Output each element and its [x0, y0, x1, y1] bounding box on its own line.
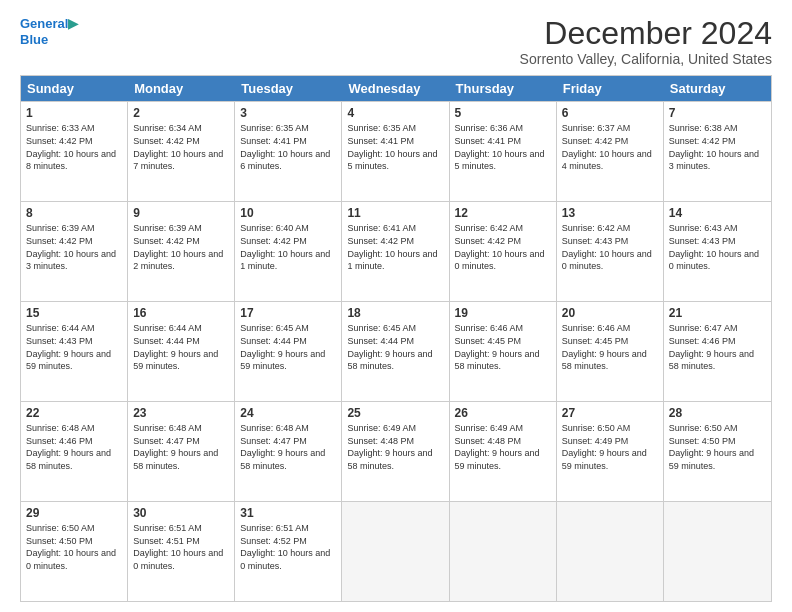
day-cell-22: 22 Sunrise: 6:48 AM Sunset: 4:46 PM Dayl… — [21, 402, 128, 501]
day-number: 26 — [455, 405, 551, 421]
day-number: 31 — [240, 505, 336, 521]
daylight-label: Daylight: 10 hours and 0 minutes. — [455, 249, 545, 272]
day-number: 15 — [26, 305, 122, 321]
day-info: Sunrise: 6:44 AM Sunset: 4:44 PM Dayligh… — [133, 322, 229, 372]
day-cell-31: 31 Sunrise: 6:51 AM Sunset: 4:52 PM Dayl… — [235, 502, 342, 601]
day-number: 13 — [562, 205, 658, 221]
day-info: Sunrise: 6:47 AM Sunset: 4:46 PM Dayligh… — [669, 322, 766, 372]
title-section: December 2024 Sorrento Valley, Californi… — [520, 16, 772, 67]
day-cell-24: 24 Sunrise: 6:48 AM Sunset: 4:47 PM Dayl… — [235, 402, 342, 501]
day-info: Sunrise: 6:44 AM Sunset: 4:43 PM Dayligh… — [26, 322, 122, 372]
day-number: 3 — [240, 105, 336, 121]
day-number: 12 — [455, 205, 551, 221]
sunrise-label: Sunrise: 6:43 AM — [669, 223, 738, 233]
day-cell-21: 21 Sunrise: 6:47 AM Sunset: 4:46 PM Dayl… — [664, 302, 771, 401]
day-info: Sunrise: 6:46 AM Sunset: 4:45 PM Dayligh… — [455, 322, 551, 372]
day-number: 11 — [347, 205, 443, 221]
daylight-label: Daylight: 9 hours and 59 minutes. — [240, 349, 325, 372]
sunrise-label: Sunrise: 6:41 AM — [347, 223, 416, 233]
sunset-label: Sunset: 4:42 PM — [347, 236, 414, 246]
day-cell-6: 6 Sunrise: 6:37 AM Sunset: 4:42 PM Dayli… — [557, 102, 664, 201]
calendar-week-2: 8 Sunrise: 6:39 AM Sunset: 4:42 PM Dayli… — [21, 201, 771, 301]
sunset-label: Sunset: 4:48 PM — [455, 436, 522, 446]
sunrise-label: Sunrise: 6:35 AM — [347, 123, 416, 133]
sunset-label: Sunset: 4:46 PM — [669, 336, 736, 346]
month-title: December 2024 — [520, 16, 772, 51]
sunrise-label: Sunrise: 6:38 AM — [669, 123, 738, 133]
sunrise-label: Sunrise: 6:51 AM — [133, 523, 202, 533]
empty-cell — [342, 502, 449, 601]
location: Sorrento Valley, California, United Stat… — [520, 51, 772, 67]
day-number: 6 — [562, 105, 658, 121]
day-cell-18: 18 Sunrise: 6:45 AM Sunset: 4:44 PM Dayl… — [342, 302, 449, 401]
day-number: 1 — [26, 105, 122, 121]
sunset-label: Sunset: 4:42 PM — [669, 136, 736, 146]
sunset-label: Sunset: 4:48 PM — [347, 436, 414, 446]
day-header-saturday: Saturday — [664, 76, 771, 101]
day-number: 4 — [347, 105, 443, 121]
daylight-label: Daylight: 9 hours and 58 minutes. — [26, 448, 111, 471]
empty-cell — [664, 502, 771, 601]
daylight-label: Daylight: 9 hours and 59 minutes. — [26, 349, 111, 372]
sunrise-label: Sunrise: 6:33 AM — [26, 123, 95, 133]
day-info: Sunrise: 6:48 AM Sunset: 4:47 PM Dayligh… — [133, 422, 229, 472]
sunset-label: Sunset: 4:52 PM — [240, 536, 307, 546]
day-info: Sunrise: 6:34 AM Sunset: 4:42 PM Dayligh… — [133, 122, 229, 172]
sunset-label: Sunset: 4:42 PM — [240, 236, 307, 246]
daylight-label: Daylight: 10 hours and 0 minutes. — [26, 548, 116, 571]
calendar-week-3: 15 Sunrise: 6:44 AM Sunset: 4:43 PM Dayl… — [21, 301, 771, 401]
day-number: 5 — [455, 105, 551, 121]
day-info: Sunrise: 6:36 AM Sunset: 4:41 PM Dayligh… — [455, 122, 551, 172]
day-number: 9 — [133, 205, 229, 221]
sunset-label: Sunset: 4:42 PM — [133, 236, 200, 246]
daylight-label: Daylight: 9 hours and 58 minutes. — [347, 448, 432, 471]
day-number: 16 — [133, 305, 229, 321]
sunrise-label: Sunrise: 6:50 AM — [669, 423, 738, 433]
day-header-thursday: Thursday — [450, 76, 557, 101]
day-info: Sunrise: 6:42 AM Sunset: 4:43 PM Dayligh… — [562, 222, 658, 272]
daylight-label: Daylight: 9 hours and 59 minutes. — [562, 448, 647, 471]
sunset-label: Sunset: 4:43 PM — [669, 236, 736, 246]
sunrise-label: Sunrise: 6:42 AM — [455, 223, 524, 233]
sunrise-label: Sunrise: 6:50 AM — [562, 423, 631, 433]
daylight-label: Daylight: 10 hours and 4 minutes. — [562, 149, 652, 172]
sunrise-label: Sunrise: 6:46 AM — [562, 323, 631, 333]
daylight-label: Daylight: 9 hours and 58 minutes. — [133, 448, 218, 471]
day-info: Sunrise: 6:33 AM Sunset: 4:42 PM Dayligh… — [26, 122, 122, 172]
day-info: Sunrise: 6:45 AM Sunset: 4:44 PM Dayligh… — [347, 322, 443, 372]
day-cell-7: 7 Sunrise: 6:38 AM Sunset: 4:42 PM Dayli… — [664, 102, 771, 201]
daylight-label: Daylight: 10 hours and 7 minutes. — [133, 149, 223, 172]
page: General▶ Blue December 2024 Sorrento Val… — [0, 0, 792, 612]
sunrise-label: Sunrise: 6:37 AM — [562, 123, 631, 133]
day-number: 29 — [26, 505, 122, 521]
daylight-label: Daylight: 9 hours and 58 minutes. — [347, 349, 432, 372]
header: General▶ Blue December 2024 Sorrento Val… — [20, 16, 772, 67]
sunrise-label: Sunrise: 6:44 AM — [26, 323, 95, 333]
day-number: 19 — [455, 305, 551, 321]
sunrise-label: Sunrise: 6:45 AM — [240, 323, 309, 333]
day-info: Sunrise: 6:46 AM Sunset: 4:45 PM Dayligh… — [562, 322, 658, 372]
day-cell-11: 11 Sunrise: 6:41 AM Sunset: 4:42 PM Dayl… — [342, 202, 449, 301]
day-number: 28 — [669, 405, 766, 421]
calendar-week-5: 29 Sunrise: 6:50 AM Sunset: 4:50 PM Dayl… — [21, 501, 771, 601]
sunset-label: Sunset: 4:41 PM — [455, 136, 522, 146]
day-cell-9: 9 Sunrise: 6:39 AM Sunset: 4:42 PM Dayli… — [128, 202, 235, 301]
day-cell-23: 23 Sunrise: 6:48 AM Sunset: 4:47 PM Dayl… — [128, 402, 235, 501]
day-info: Sunrise: 6:35 AM Sunset: 4:41 PM Dayligh… — [240, 122, 336, 172]
sunrise-label: Sunrise: 6:48 AM — [133, 423, 202, 433]
calendar-week-1: 1 Sunrise: 6:33 AM Sunset: 4:42 PM Dayli… — [21, 101, 771, 201]
day-cell-2: 2 Sunrise: 6:34 AM Sunset: 4:42 PM Dayli… — [128, 102, 235, 201]
day-cell-28: 28 Sunrise: 6:50 AM Sunset: 4:50 PM Dayl… — [664, 402, 771, 501]
daylight-label: Daylight: 10 hours and 1 minute. — [347, 249, 437, 272]
sunrise-label: Sunrise: 6:35 AM — [240, 123, 309, 133]
sunset-label: Sunset: 4:47 PM — [133, 436, 200, 446]
sunrise-label: Sunrise: 6:44 AM — [133, 323, 202, 333]
sunset-label: Sunset: 4:50 PM — [669, 436, 736, 446]
day-cell-20: 20 Sunrise: 6:46 AM Sunset: 4:45 PM Dayl… — [557, 302, 664, 401]
sunset-label: Sunset: 4:45 PM — [562, 336, 629, 346]
day-cell-27: 27 Sunrise: 6:50 AM Sunset: 4:49 PM Dayl… — [557, 402, 664, 501]
sunset-label: Sunset: 4:41 PM — [240, 136, 307, 146]
daylight-label: Daylight: 9 hours and 58 minutes. — [669, 349, 754, 372]
day-info: Sunrise: 6:51 AM Sunset: 4:51 PM Dayligh… — [133, 522, 229, 572]
day-cell-30: 30 Sunrise: 6:51 AM Sunset: 4:51 PM Dayl… — [128, 502, 235, 601]
